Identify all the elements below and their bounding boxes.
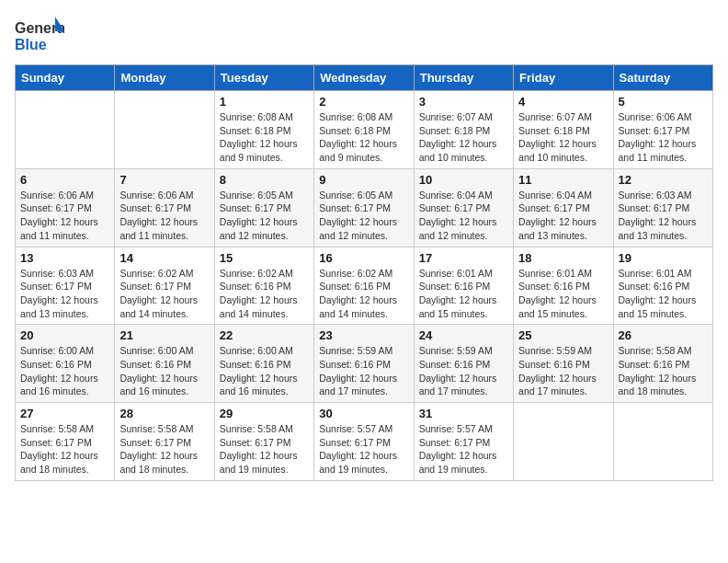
day-info: Sunrise: 6:06 AM Sunset: 6:17 PM Dayligh… (20, 189, 109, 243)
day-number: 30 (319, 407, 408, 420)
calendar-cell: 31Sunrise: 5:57 AM Sunset: 6:17 PM Dayli… (414, 403, 513, 481)
calendar-cell: 4Sunrise: 6:07 AM Sunset: 6:18 PM Daylig… (514, 91, 613, 169)
calendar-cell (16, 91, 115, 169)
day-number: 27 (20, 407, 109, 420)
weekday-header-row: SundayMondayTuesdayWednesdayThursdayFrid… (16, 65, 713, 91)
day-number: 29 (220, 407, 309, 420)
day-info: Sunrise: 5:58 AM Sunset: 6:17 PM Dayligh… (20, 422, 109, 477)
day-number: 11 (518, 173, 608, 187)
calendar-body: 1Sunrise: 6:08 AM Sunset: 6:18 PM Daylig… (16, 91, 713, 481)
day-info: Sunrise: 6:00 AM Sunset: 6:16 PM Dayligh… (119, 344, 209, 398)
calendar-cell: 2Sunrise: 6:08 AM Sunset: 6:18 PM Daylig… (314, 91, 414, 169)
day-number: 6 (20, 173, 109, 187)
weekday-header-wednesday: Wednesday (314, 65, 414, 91)
calendar-cell: 13Sunrise: 6:03 AM Sunset: 6:17 PM Dayli… (16, 247, 115, 325)
calendar-cell: 15Sunrise: 6:02 AM Sunset: 6:16 PM Dayli… (214, 247, 313, 325)
day-info: Sunrise: 6:05 AM Sunset: 6:17 PM Dayligh… (220, 189, 309, 243)
day-number: 3 (419, 95, 508, 109)
calendar-cell: 19Sunrise: 6:01 AM Sunset: 6:16 PM Dayli… (613, 247, 712, 325)
day-number: 15 (220, 251, 309, 265)
day-number: 31 (419, 407, 508, 420)
day-info: Sunrise: 5:58 AM Sunset: 6:16 PM Dayligh… (619, 344, 708, 398)
calendar-cell: 3Sunrise: 6:07 AM Sunset: 6:18 PM Daylig… (414, 91, 513, 169)
day-number: 24 (419, 328, 508, 342)
weekday-header-friday: Friday (514, 65, 613, 91)
day-number: 4 (518, 95, 608, 109)
day-info: Sunrise: 5:57 AM Sunset: 6:17 PM Dayligh… (419, 422, 508, 477)
calendar-cell: 10Sunrise: 6:04 AM Sunset: 6:17 PM Dayli… (414, 168, 513, 247)
calendar-cell: 16Sunrise: 6:02 AM Sunset: 6:16 PM Dayli… (314, 247, 414, 325)
weekday-header-thursday: Thursday (414, 65, 513, 91)
day-info: Sunrise: 6:03 AM Sunset: 6:17 PM Dayligh… (619, 189, 708, 243)
day-info: Sunrise: 6:02 AM Sunset: 6:17 PM Dayligh… (119, 267, 209, 321)
day-info: Sunrise: 6:01 AM Sunset: 6:16 PM Dayligh… (419, 267, 508, 321)
day-info: Sunrise: 6:02 AM Sunset: 6:16 PM Dayligh… (220, 267, 309, 321)
day-info: Sunrise: 6:08 AM Sunset: 6:18 PM Dayligh… (319, 110, 408, 165)
day-info: Sunrise: 6:00 AM Sunset: 6:16 PM Dayligh… (20, 344, 109, 398)
day-info: Sunrise: 6:01 AM Sunset: 6:16 PM Dayligh… (518, 267, 608, 321)
weekday-header-sunday: Sunday (16, 65, 115, 91)
day-number: 8 (220, 173, 309, 187)
day-number: 20 (20, 328, 109, 342)
day-number: 16 (319, 251, 408, 265)
calendar-cell (115, 91, 214, 169)
day-info: Sunrise: 6:07 AM Sunset: 6:18 PM Dayligh… (518, 110, 608, 165)
day-number: 5 (619, 95, 708, 109)
calendar-cell: 14Sunrise: 6:02 AM Sunset: 6:17 PM Dayli… (115, 247, 214, 325)
day-number: 10 (419, 173, 508, 187)
day-info: Sunrise: 5:59 AM Sunset: 6:16 PM Dayligh… (419, 344, 508, 398)
calendar-cell: 17Sunrise: 6:01 AM Sunset: 6:16 PM Dayli… (414, 247, 513, 325)
calendar-cell: 6Sunrise: 6:06 AM Sunset: 6:17 PM Daylig… (16, 168, 115, 247)
day-number: 14 (119, 251, 209, 265)
weekday-header-saturday: Saturday (613, 65, 712, 91)
day-number: 19 (619, 251, 708, 265)
day-number: 2 (319, 95, 408, 109)
day-info: Sunrise: 6:06 AM Sunset: 6:17 PM Dayligh… (119, 189, 209, 243)
day-number: 9 (319, 173, 408, 187)
day-info: Sunrise: 6:00 AM Sunset: 6:16 PM Dayligh… (220, 344, 309, 398)
day-number: 28 (119, 407, 209, 420)
calendar-cell: 22Sunrise: 6:00 AM Sunset: 6:16 PM Dayli… (214, 325, 313, 403)
day-info: Sunrise: 6:01 AM Sunset: 6:16 PM Dayligh… (619, 267, 708, 321)
weekday-header-monday: Monday (115, 65, 214, 91)
calendar-week-5: 27Sunrise: 5:58 AM Sunset: 6:17 PM Dayli… (16, 403, 713, 481)
calendar-cell: 28Sunrise: 5:58 AM Sunset: 6:17 PM Dayli… (115, 403, 214, 481)
calendar-cell: 24Sunrise: 5:59 AM Sunset: 6:16 PM Dayli… (414, 325, 513, 403)
day-info: Sunrise: 6:07 AM Sunset: 6:18 PM Dayligh… (419, 110, 508, 165)
calendar-week-4: 20Sunrise: 6:00 AM Sunset: 6:16 PM Dayli… (16, 325, 713, 403)
calendar-cell: 9Sunrise: 6:05 AM Sunset: 6:17 PM Daylig… (314, 168, 414, 247)
calendar-week-1: 1Sunrise: 6:08 AM Sunset: 6:18 PM Daylig… (16, 91, 713, 169)
calendar-cell: 18Sunrise: 6:01 AM Sunset: 6:16 PM Dayli… (514, 247, 613, 325)
calendar-cell: 20Sunrise: 6:00 AM Sunset: 6:16 PM Dayli… (16, 325, 115, 403)
calendar-cell: 7Sunrise: 6:06 AM Sunset: 6:17 PM Daylig… (115, 168, 214, 247)
calendar-cell: 5Sunrise: 6:06 AM Sunset: 6:17 PM Daylig… (613, 91, 712, 169)
calendar-cell: 27Sunrise: 5:58 AM Sunset: 6:17 PM Dayli… (16, 403, 115, 481)
day-info: Sunrise: 5:58 AM Sunset: 6:17 PM Dayligh… (119, 422, 209, 477)
day-info: Sunrise: 6:06 AM Sunset: 6:17 PM Dayligh… (619, 110, 708, 165)
day-info: Sunrise: 6:05 AM Sunset: 6:17 PM Dayligh… (319, 189, 408, 243)
day-info: Sunrise: 5:58 AM Sunset: 6:17 PM Dayligh… (220, 422, 309, 477)
calendar-week-3: 13Sunrise: 6:03 AM Sunset: 6:17 PM Dayli… (16, 247, 713, 325)
day-info: Sunrise: 6:02 AM Sunset: 6:16 PM Dayligh… (319, 267, 408, 321)
calendar-cell: 12Sunrise: 6:03 AM Sunset: 6:17 PM Dayli… (613, 168, 712, 247)
calendar-cell: 25Sunrise: 5:59 AM Sunset: 6:16 PM Dayli… (514, 325, 613, 403)
day-number: 22 (220, 328, 309, 342)
calendar-cell: 8Sunrise: 6:05 AM Sunset: 6:17 PM Daylig… (214, 168, 313, 247)
day-number: 7 (119, 173, 209, 187)
logo-icon: General Blue (15, 15, 64, 55)
calendar-cell: 11Sunrise: 6:04 AM Sunset: 6:17 PM Dayli… (514, 168, 613, 247)
day-info: Sunrise: 5:59 AM Sunset: 6:16 PM Dayligh… (319, 344, 408, 398)
day-number: 18 (518, 251, 608, 265)
calendar-cell: 26Sunrise: 5:58 AM Sunset: 6:16 PM Dayli… (613, 325, 712, 403)
day-number: 25 (518, 328, 608, 342)
calendar-cell: 1Sunrise: 6:08 AM Sunset: 6:18 PM Daylig… (214, 91, 313, 169)
calendar-table: SundayMondayTuesdayWednesdayThursdayFrid… (15, 64, 713, 481)
day-number: 21 (119, 328, 209, 342)
day-number: 26 (619, 328, 708, 342)
day-info: Sunrise: 6:04 AM Sunset: 6:17 PM Dayligh… (518, 189, 608, 243)
calendar-cell (613, 403, 712, 481)
page-header: General Blue (15, 15, 713, 55)
day-number: 1 (220, 95, 309, 109)
day-number: 12 (619, 173, 708, 187)
calendar-cell: 23Sunrise: 5:59 AM Sunset: 6:16 PM Dayli… (314, 325, 414, 403)
